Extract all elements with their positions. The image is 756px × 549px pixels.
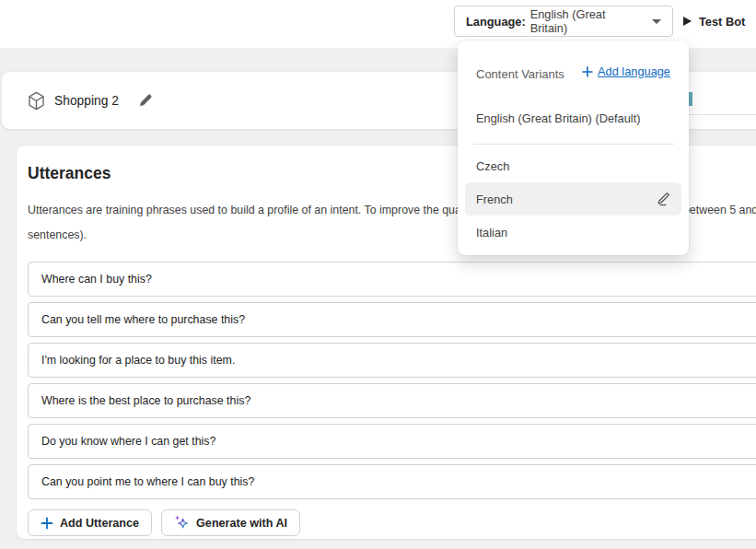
partial-field-underline <box>687 114 756 115</box>
pencil-icon <box>139 94 152 107</box>
menu-item-italian[interactable]: Italian <box>458 216 689 249</box>
menu-item-english-default[interactable]: English (Great Britain) (Default) <box>458 101 689 134</box>
edit-language-icon[interactable] <box>656 192 670 206</box>
utterance-input[interactable]: Do you know where I can get this? <box>28 424 756 459</box>
test-bot-label: Test Bot <box>699 15 745 29</box>
utterances-title: Utterances <box>28 164 110 183</box>
language-value: English (Great Britain) <box>530 7 642 35</box>
utterance-list: Where can I buy this? Can you tell me wh… <box>28 262 756 505</box>
edit-topic-name-button[interactable] <box>137 92 154 109</box>
add-language-label: Add language <box>598 64 670 78</box>
language-label: Language: <box>466 15 526 29</box>
language-menu: Content Variants Add language English (G… <box>458 41 689 255</box>
test-bot-button[interactable]: Test Bot <box>683 6 745 37</box>
generate-with-ai-button[interactable]: Generate with AI <box>161 509 300 536</box>
utterance-input[interactable]: Can you tell me where to purchase this? <box>28 302 756 337</box>
menu-item-french-label: French <box>476 193 513 206</box>
menu-item-czech[interactable]: Czech <box>458 149 689 182</box>
utterance-input[interactable]: Can you point me to where I can buy this… <box>28 464 756 499</box>
ai-sparkle-icon <box>174 515 190 531</box>
plus-icon <box>582 66 593 77</box>
add-language-button[interactable]: Add language <box>582 64 670 78</box>
add-utterance-button[interactable]: Add Utterance <box>28 509 152 536</box>
topic-name: Shopping 2 <box>54 94 119 108</box>
utterance-input[interactable]: Where is the best place to purchase this… <box>28 383 756 418</box>
utterance-actions: Add Utterance Generate with AI <box>28 509 300 536</box>
add-utterance-label: Add Utterance <box>60 517 139 530</box>
plus-icon <box>41 517 53 530</box>
generate-with-ai-label: Generate with AI <box>196 517 287 530</box>
chevron-down-icon <box>652 19 661 24</box>
utterance-input[interactable]: Where can I buy this? <box>28 262 756 297</box>
topic-cube-icon <box>28 91 45 111</box>
language-dropdown-trigger[interactable]: Language: English (Great Britain) <box>454 6 673 37</box>
content-variants-label: Content Variants <box>476 67 564 81</box>
topic-header-row: Shopping 2 <box>28 72 154 129</box>
menu-divider <box>472 144 674 145</box>
utterance-input[interactable]: I'm looking for a place to buy this item… <box>28 343 756 378</box>
utterances-description-line2: sentences). <box>28 228 87 241</box>
play-icon <box>683 17 692 26</box>
menu-item-french[interactable]: French <box>465 182 681 216</box>
